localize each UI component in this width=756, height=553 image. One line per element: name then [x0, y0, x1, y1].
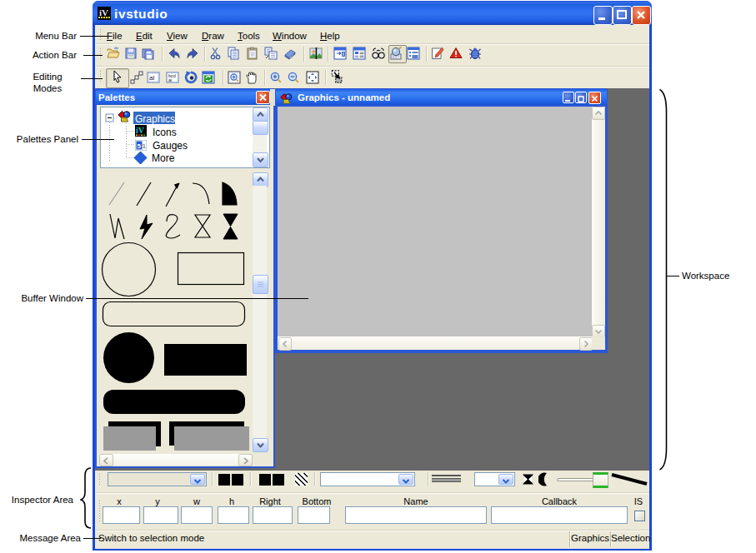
svg-text:iV: iV	[99, 7, 108, 17]
svg-text:5: 5	[138, 142, 142, 150]
svg-text:ai: ai	[168, 77, 172, 82]
svg-text:al: al	[149, 74, 154, 82]
svg-text:1: 1	[143, 142, 147, 150]
svg-text:iV: iV	[136, 126, 145, 135]
